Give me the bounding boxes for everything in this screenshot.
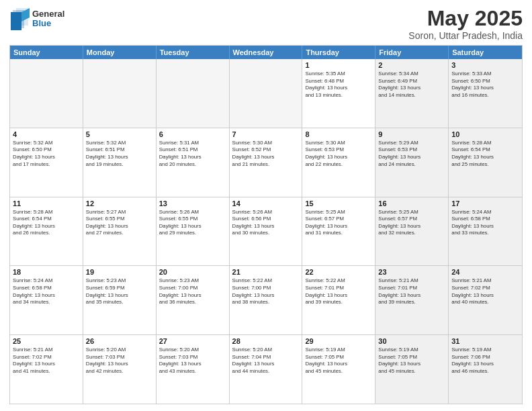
day-number: 25	[13, 337, 80, 345]
calendar-cell-day-26: 26Sunrise: 5:20 AM Sunset: 7:03 PM Dayli…	[83, 335, 157, 404]
day-info: Sunrise: 5:29 AM Sunset: 6:53 PM Dayligh…	[378, 140, 445, 168]
day-number: 14	[232, 199, 300, 208]
calendar-body: 1Sunrise: 5:35 AM Sunset: 6:48 PM Daylig…	[10, 59, 522, 404]
logo-icon	[9, 7, 30, 31]
day-number: 31	[451, 337, 519, 345]
day-number: 8	[305, 130, 372, 138]
calendar-cell-day-23: 23Sunrise: 5:21 AM Sunset: 7:01 PM Dayli…	[375, 266, 449, 334]
day-number: 2	[378, 61, 445, 69]
calendar-cell-day-15: 15Sunrise: 5:25 AM Sunset: 6:57 PM Dayli…	[302, 197, 375, 266]
day-info: Sunrise: 5:26 AM Sunset: 6:55 PM Dayligh…	[159, 209, 226, 237]
day-number: 4	[13, 130, 80, 138]
weekday-header-tuesday: Tuesday	[157, 46, 230, 59]
calendar-cell-day-17: 17Sunrise: 5:24 AM Sunset: 6:58 PM Dayli…	[449, 197, 522, 266]
day-number: 26	[86, 337, 153, 345]
calendar-cell-day-28: 28Sunrise: 5:20 AM Sunset: 7:04 PM Dayli…	[230, 335, 303, 404]
calendar-row-4: 18Sunrise: 5:24 AM Sunset: 6:58 PM Dayli…	[10, 266, 522, 335]
calendar-cell-day-27: 27Sunrise: 5:20 AM Sunset: 7:03 PM Dayli…	[157, 335, 230, 404]
day-number: 15	[305, 199, 372, 208]
day-info: Sunrise: 5:24 AM Sunset: 6:58 PM Dayligh…	[13, 277, 80, 306]
day-number: 7	[232, 130, 300, 138]
day-number: 6	[159, 130, 226, 138]
calendar-cell-day-1: 1Sunrise: 5:35 AM Sunset: 6:48 PM Daylig…	[302, 59, 375, 128]
logo: General Blue	[9, 7, 64, 31]
calendar-cell-day-5: 5Sunrise: 5:32 AM Sunset: 6:51 PM Daylig…	[83, 128, 157, 197]
day-info: Sunrise: 5:32 AM Sunset: 6:51 PM Dayligh…	[86, 140, 153, 168]
day-info: Sunrise: 5:22 AM Sunset: 7:00 PM Dayligh…	[232, 277, 300, 306]
day-info: Sunrise: 5:23 AM Sunset: 6:59 PM Dayligh…	[86, 277, 153, 306]
calendar-cell-day-7: 7Sunrise: 5:30 AM Sunset: 6:52 PM Daylig…	[230, 128, 303, 197]
calendar-cell-day-4: 4Sunrise: 5:32 AM Sunset: 6:50 PM Daylig…	[10, 128, 83, 197]
day-info: Sunrise: 5:19 AM Sunset: 7:05 PM Dayligh…	[305, 347, 372, 375]
calendar-cell-empty	[10, 59, 83, 128]
calendar-cell-day-3: 3Sunrise: 5:33 AM Sunset: 6:50 PM Daylig…	[449, 59, 522, 128]
weekday-header-wednesday: Wednesday	[230, 46, 303, 59]
day-number: 17	[451, 199, 519, 208]
calendar-row-1: 1Sunrise: 5:35 AM Sunset: 6:48 PM Daylig…	[10, 59, 522, 128]
day-number: 11	[13, 199, 80, 208]
day-info: Sunrise: 5:23 AM Sunset: 7:00 PM Dayligh…	[159, 277, 226, 306]
day-info: Sunrise: 5:30 AM Sunset: 6:52 PM Dayligh…	[232, 140, 300, 168]
title-block: May 2025 Soron, Uttar Pradesh, India	[408, 7, 523, 41]
day-info: Sunrise: 5:32 AM Sunset: 6:50 PM Dayligh…	[13, 140, 80, 168]
day-info: Sunrise: 5:19 AM Sunset: 7:06 PM Dayligh…	[451, 347, 519, 375]
calendar-cell-day-31: 31Sunrise: 5:19 AM Sunset: 7:06 PM Dayli…	[449, 335, 522, 404]
calendar-cell-day-16: 16Sunrise: 5:25 AM Sunset: 6:57 PM Dayli…	[375, 197, 449, 266]
calendar-cell-empty	[230, 59, 303, 128]
weekday-header-sunday: Sunday	[10, 46, 83, 59]
calendar-cell-day-18: 18Sunrise: 5:24 AM Sunset: 6:58 PM Dayli…	[10, 266, 83, 334]
calendar-cell-day-11: 11Sunrise: 5:28 AM Sunset: 6:54 PM Dayli…	[10, 197, 83, 266]
day-info: Sunrise: 5:25 AM Sunset: 6:57 PM Dayligh…	[305, 209, 372, 237]
calendar-row-3: 11Sunrise: 5:28 AM Sunset: 6:54 PM Dayli…	[10, 197, 522, 267]
calendar-cell-day-24: 24Sunrise: 5:21 AM Sunset: 7:02 PM Dayli…	[449, 266, 522, 334]
day-number: 20	[159, 268, 226, 276]
day-number: 1	[305, 61, 372, 69]
calendar-cell-day-12: 12Sunrise: 5:27 AM Sunset: 6:55 PM Dayli…	[83, 197, 157, 266]
calendar-cell-day-10: 10Sunrise: 5:28 AM Sunset: 6:54 PM Dayli…	[449, 128, 522, 197]
day-info: Sunrise: 5:30 AM Sunset: 6:53 PM Dayligh…	[305, 140, 372, 168]
calendar-title: May 2025	[408, 7, 523, 30]
day-info: Sunrise: 5:31 AM Sunset: 6:51 PM Dayligh…	[159, 140, 226, 168]
calendar-cell-empty	[83, 59, 157, 128]
day-number: 12	[86, 199, 153, 208]
calendar-row-5: 25Sunrise: 5:21 AM Sunset: 7:02 PM Dayli…	[10, 335, 522, 404]
day-number: 18	[13, 268, 80, 276]
day-info: Sunrise: 5:28 AM Sunset: 6:54 PM Dayligh…	[13, 209, 80, 237]
calendar-cell-day-2: 2Sunrise: 5:34 AM Sunset: 6:49 PM Daylig…	[375, 59, 449, 128]
day-info: Sunrise: 5:24 AM Sunset: 6:58 PM Dayligh…	[451, 209, 519, 237]
day-number: 28	[232, 337, 300, 345]
calendar-cell-day-29: 29Sunrise: 5:19 AM Sunset: 7:05 PM Dayli…	[302, 335, 375, 404]
day-info: Sunrise: 5:35 AM Sunset: 6:48 PM Dayligh…	[305, 71, 372, 99]
day-info: Sunrise: 5:33 AM Sunset: 6:50 PM Dayligh…	[451, 71, 519, 99]
day-info: Sunrise: 5:26 AM Sunset: 6:56 PM Dayligh…	[232, 209, 300, 237]
calendar-cell-empty	[157, 59, 230, 128]
calendar: SundayMondayTuesdayWednesdayThursdayFrid…	[9, 45, 523, 404]
logo-text: General Blue	[32, 9, 64, 29]
day-info: Sunrise: 5:21 AM Sunset: 7:02 PM Dayligh…	[13, 347, 80, 375]
day-number: 3	[451, 61, 519, 69]
day-info: Sunrise: 5:20 AM Sunset: 7:03 PM Dayligh…	[86, 347, 153, 375]
calendar-cell-day-21: 21Sunrise: 5:22 AM Sunset: 7:00 PM Dayli…	[230, 266, 303, 334]
day-number: 19	[86, 268, 153, 276]
calendar-cell-day-30: 30Sunrise: 5:19 AM Sunset: 7:05 PM Dayli…	[375, 335, 449, 404]
calendar-cell-day-20: 20Sunrise: 5:23 AM Sunset: 7:00 PM Dayli…	[157, 266, 230, 334]
main-container: General Blue May 2025 Soron, Uttar Prade…	[0, 0, 532, 411]
day-info: Sunrise: 5:25 AM Sunset: 6:57 PM Dayligh…	[378, 209, 445, 237]
weekday-header-friday: Friday	[375, 46, 449, 59]
calendar-row-2: 4Sunrise: 5:32 AM Sunset: 6:50 PM Daylig…	[10, 128, 522, 197]
logo-general: General	[32, 9, 64, 19]
day-number: 21	[232, 268, 300, 276]
day-info: Sunrise: 5:28 AM Sunset: 6:54 PM Dayligh…	[451, 140, 519, 168]
calendar-location: Soron, Uttar Pradesh, India	[408, 30, 523, 41]
day-number: 30	[378, 337, 445, 345]
logo-blue: Blue	[32, 19, 64, 28]
day-number: 24	[451, 268, 519, 276]
weekday-header-saturday: Saturday	[449, 46, 522, 59]
day-info: Sunrise: 5:34 AM Sunset: 6:49 PM Dayligh…	[378, 71, 445, 99]
day-info: Sunrise: 5:20 AM Sunset: 7:04 PM Dayligh…	[232, 347, 300, 375]
calendar-header: SundayMondayTuesdayWednesdayThursdayFrid…	[10, 46, 522, 59]
day-number: 22	[305, 268, 372, 276]
calendar-cell-day-8: 8Sunrise: 5:30 AM Sunset: 6:53 PM Daylig…	[302, 128, 375, 197]
svg-marker-2	[11, 12, 21, 30]
day-number: 5	[86, 130, 153, 138]
